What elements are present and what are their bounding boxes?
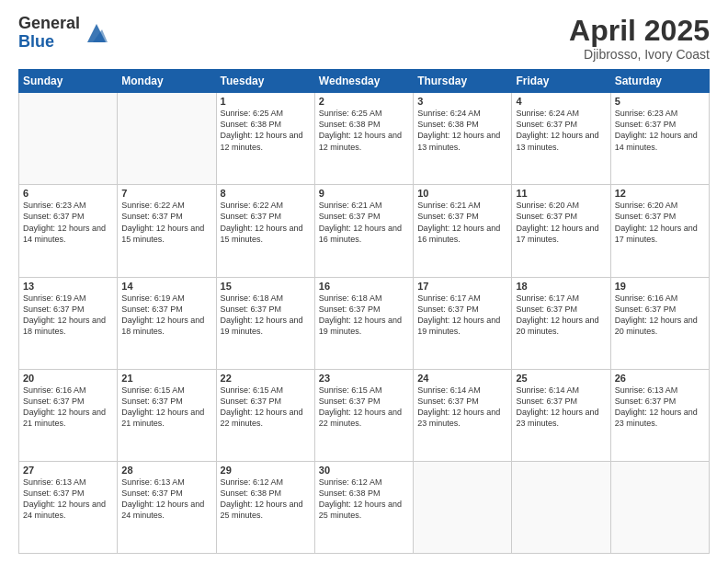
day-number: 7 (121, 188, 211, 199)
day-number: 26 (615, 373, 705, 384)
day-info: Sunrise: 6:17 AM Sunset: 6:37 PM Dayligh… (417, 293, 507, 338)
day-number: 10 (417, 188, 507, 199)
day-cell: 19Sunrise: 6:16 AM Sunset: 6:37 PM Dayli… (610, 277, 709, 369)
day-number: 12 (615, 188, 705, 199)
day-info: Sunrise: 6:25 AM Sunset: 6:38 PM Dayligh… (319, 108, 409, 153)
day-cell: 28Sunrise: 6:13 AM Sunset: 6:37 PM Dayli… (118, 461, 216, 553)
day-number: 24 (417, 373, 507, 384)
day-cell: 11Sunrise: 6:20 AM Sunset: 6:37 PM Dayli… (512, 185, 610, 277)
day-cell: 6Sunrise: 6:23 AM Sunset: 6:37 PM Daylig… (19, 185, 118, 277)
day-info: Sunrise: 6:17 AM Sunset: 6:37 PM Dayligh… (516, 293, 606, 338)
day-info: Sunrise: 6:12 AM Sunset: 6:38 PM Dayligh… (221, 477, 311, 522)
day-info: Sunrise: 6:14 AM Sunset: 6:37 PM Dayligh… (417, 385, 507, 430)
calendar-title: April 2025 (569, 15, 710, 47)
day-number: 4 (516, 96, 606, 107)
day-number: 28 (121, 465, 211, 476)
day-cell: 25Sunrise: 6:14 AM Sunset: 6:37 PM Dayli… (512, 369, 610, 461)
day-cell (118, 93, 216, 185)
day-cell: 26Sunrise: 6:13 AM Sunset: 6:37 PM Dayli… (610, 369, 709, 461)
week-row-3: 20Sunrise: 6:16 AM Sunset: 6:37 PM Dayli… (19, 369, 710, 461)
day-info: Sunrise: 6:19 AM Sunset: 6:37 PM Dayligh… (121, 293, 211, 338)
day-cell: 5Sunrise: 6:23 AM Sunset: 6:37 PM Daylig… (610, 93, 709, 185)
day-cell: 29Sunrise: 6:12 AM Sunset: 6:38 PM Dayli… (216, 461, 314, 553)
day-cell: 4Sunrise: 6:24 AM Sunset: 6:37 PM Daylig… (512, 93, 610, 185)
day-info: Sunrise: 6:18 AM Sunset: 6:37 PM Dayligh… (221, 293, 311, 338)
day-number: 20 (23, 373, 113, 384)
day-cell: 8Sunrise: 6:22 AM Sunset: 6:37 PM Daylig… (216, 185, 314, 277)
logo-blue: Blue (18, 33, 80, 52)
day-number: 9 (319, 188, 409, 199)
day-cell: 7Sunrise: 6:22 AM Sunset: 6:37 PM Daylig… (118, 185, 216, 277)
day-info: Sunrise: 6:15 AM Sunset: 6:37 PM Dayligh… (319, 385, 409, 430)
header-row: SundayMondayTuesdayWednesdayThursdayFrid… (19, 70, 710, 93)
day-number: 6 (23, 188, 113, 199)
day-cell: 10Sunrise: 6:21 AM Sunset: 6:37 PM Dayli… (414, 185, 512, 277)
day-cell: 13Sunrise: 6:19 AM Sunset: 6:37 PM Dayli… (19, 277, 118, 369)
day-info: Sunrise: 6:19 AM Sunset: 6:37 PM Dayligh… (23, 293, 113, 338)
day-cell (414, 461, 512, 553)
day-info: Sunrise: 6:13 AM Sunset: 6:37 PM Dayligh… (615, 385, 705, 430)
day-cell (19, 93, 118, 185)
day-number: 22 (221, 373, 311, 384)
day-cell: 21Sunrise: 6:15 AM Sunset: 6:37 PM Dayli… (118, 369, 216, 461)
day-info: Sunrise: 6:24 AM Sunset: 6:37 PM Dayligh… (516, 108, 606, 153)
day-cell: 9Sunrise: 6:21 AM Sunset: 6:37 PM Daylig… (314, 185, 413, 277)
logo-text: General Blue (18, 15, 80, 52)
day-info: Sunrise: 6:21 AM Sunset: 6:37 PM Dayligh… (319, 200, 409, 245)
day-number: 29 (221, 465, 311, 476)
day-cell: 23Sunrise: 6:15 AM Sunset: 6:37 PM Dayli… (314, 369, 413, 461)
day-cell (610, 461, 709, 553)
day-number: 15 (221, 281, 311, 292)
day-info: Sunrise: 6:23 AM Sunset: 6:37 PM Dayligh… (23, 200, 113, 245)
title-block: April 2025 Djibrosso, Ivory Coast (569, 15, 710, 62)
day-number: 30 (319, 465, 409, 476)
day-info: Sunrise: 6:25 AM Sunset: 6:38 PM Dayligh… (221, 108, 311, 153)
day-cell: 1Sunrise: 6:25 AM Sunset: 6:38 PM Daylig… (216, 93, 314, 185)
col-header-monday: Monday (118, 70, 216, 93)
day-info: Sunrise: 6:24 AM Sunset: 6:38 PM Dayligh… (417, 108, 507, 153)
col-header-wednesday: Wednesday (314, 70, 413, 93)
day-number: 23 (319, 373, 409, 384)
day-number: 27 (23, 465, 113, 476)
day-number: 14 (121, 281, 211, 292)
day-info: Sunrise: 6:14 AM Sunset: 6:37 PM Dayligh… (516, 385, 606, 430)
col-header-friday: Friday (512, 70, 610, 93)
day-cell: 12Sunrise: 6:20 AM Sunset: 6:37 PM Dayli… (610, 185, 709, 277)
day-cell: 2Sunrise: 6:25 AM Sunset: 6:38 PM Daylig… (314, 93, 413, 185)
day-number: 3 (417, 96, 507, 107)
day-info: Sunrise: 6:21 AM Sunset: 6:37 PM Dayligh… (417, 200, 507, 245)
day-cell: 14Sunrise: 6:19 AM Sunset: 6:37 PM Dayli… (118, 277, 216, 369)
logo-icon (84, 20, 109, 46)
day-info: Sunrise: 6:15 AM Sunset: 6:37 PM Dayligh… (221, 385, 311, 430)
day-info: Sunrise: 6:13 AM Sunset: 6:37 PM Dayligh… (23, 477, 113, 522)
day-info: Sunrise: 6:22 AM Sunset: 6:37 PM Dayligh… (121, 200, 211, 245)
day-cell: 22Sunrise: 6:15 AM Sunset: 6:37 PM Dayli… (216, 369, 314, 461)
day-number: 17 (417, 281, 507, 292)
day-cell: 30Sunrise: 6:12 AM Sunset: 6:38 PM Dayli… (314, 461, 413, 553)
day-number: 2 (319, 96, 409, 107)
day-cell: 16Sunrise: 6:18 AM Sunset: 6:37 PM Dayli… (314, 277, 413, 369)
header: General Blue April 2025 Djibrosso, Ivory… (18, 15, 710, 62)
col-header-thursday: Thursday (414, 70, 512, 93)
day-cell: 18Sunrise: 6:17 AM Sunset: 6:37 PM Dayli… (512, 277, 610, 369)
page: General Blue April 2025 Djibrosso, Ivory… (0, 0, 728, 563)
day-number: 13 (23, 281, 113, 292)
day-cell: 27Sunrise: 6:13 AM Sunset: 6:37 PM Dayli… (19, 461, 118, 553)
day-number: 16 (319, 281, 409, 292)
day-info: Sunrise: 6:23 AM Sunset: 6:37 PM Dayligh… (615, 108, 705, 153)
day-info: Sunrise: 6:12 AM Sunset: 6:38 PM Dayligh… (319, 477, 409, 522)
week-row-1: 6Sunrise: 6:23 AM Sunset: 6:37 PM Daylig… (19, 185, 710, 277)
week-row-4: 27Sunrise: 6:13 AM Sunset: 6:37 PM Dayli… (19, 461, 710, 553)
day-cell: 24Sunrise: 6:14 AM Sunset: 6:37 PM Dayli… (414, 369, 512, 461)
day-cell: 17Sunrise: 6:17 AM Sunset: 6:37 PM Dayli… (414, 277, 512, 369)
day-info: Sunrise: 6:20 AM Sunset: 6:37 PM Dayligh… (516, 200, 606, 245)
day-info: Sunrise: 6:16 AM Sunset: 6:37 PM Dayligh… (23, 385, 113, 430)
calendar-table: SundayMondayTuesdayWednesdayThursdayFrid… (18, 69, 710, 554)
logo-general: General (18, 15, 80, 33)
day-number: 19 (615, 281, 705, 292)
day-info: Sunrise: 6:18 AM Sunset: 6:37 PM Dayligh… (319, 293, 409, 338)
day-cell: 15Sunrise: 6:18 AM Sunset: 6:37 PM Dayli… (216, 277, 314, 369)
day-number: 21 (121, 373, 211, 384)
day-info: Sunrise: 6:22 AM Sunset: 6:37 PM Dayligh… (221, 200, 311, 245)
day-info: Sunrise: 6:20 AM Sunset: 6:37 PM Dayligh… (615, 200, 705, 245)
